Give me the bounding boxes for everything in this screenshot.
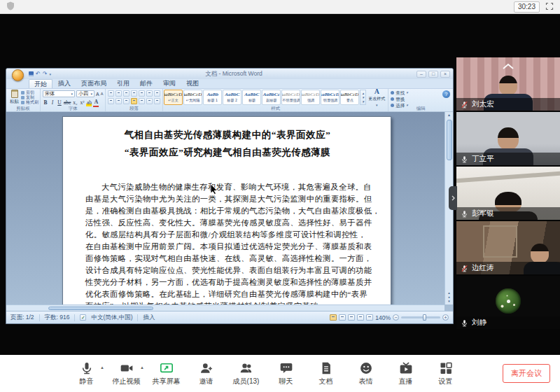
participant-label: 边红涛 [456,262,560,274]
spellcheck-icon[interactable]: ✓ [80,314,86,321]
toolbar-button[interactable]: 邀请 [186,360,226,386]
multilevel-list-button[interactable] [123,90,130,97]
style-option[interactable]: AaBb 标题 1 [203,90,222,105]
change-styles-button[interactable]: A 更改样式 ▾ [366,90,387,105]
align-center-button[interactable] [115,98,122,104]
justify-button[interactable] [131,98,137,104]
ribbon-tab[interactable]: 引用 [112,79,134,88]
style-option[interactable]: AaBbCcDd 要点 [340,90,359,105]
office-button[interactable] [12,69,24,81]
redo-icon[interactable]: ↷ [43,71,48,77]
ribbon-tab[interactable]: 开始 [29,79,52,88]
style-option[interactable]: AaBbCc 副标题 [262,90,281,105]
numbering-button[interactable] [115,90,122,97]
language-indicator[interactable]: 中文(简体,中国) [91,314,132,322]
close-button[interactable]: × [440,71,450,78]
toolbar-button[interactable]: 设置 [426,360,465,386]
toolbar-button[interactable]: ▲ 静音 [66,360,106,386]
toolbar-button[interactable]: 文档 [306,360,346,386]
undo-icon[interactable]: ↶ [36,71,41,77]
scroll-up-icon[interactable]: ▲ [447,112,451,118]
toolbar-icon [279,360,293,376]
zoom-level[interactable]: 140% [375,314,391,321]
word-count[interactable]: 字数: 916 [45,314,70,322]
grow-font-button[interactable]: A [96,91,99,97]
zoom-out-button[interactable]: − [393,314,399,321]
shading-button[interactable] [146,98,153,104]
horizontal-scrollbar[interactable] [6,304,444,311]
chevron-down-icon: ▾ [71,92,73,96]
decrease-indent-button[interactable] [131,90,137,97]
borders-button[interactable] [154,98,160,104]
minimize-button[interactable]: – [416,71,426,78]
style-option[interactable]: AaBbCcDd 强调 [301,90,320,105]
toolbar-button[interactable]: ▲ 停止视频 [106,360,146,386]
toolbar-button[interactable]: 共享屏幕 [146,360,186,386]
zoom-slider-thumb[interactable] [423,314,426,321]
clipboard-tool-button[interactable]: 复制 [21,95,38,100]
participant-video[interactable]: 彭军银 [456,167,560,220]
ribbon-tab[interactable]: 页面布局 [76,79,111,88]
clipboard-tool-button[interactable]: 格式刷 [21,100,38,105]
increase-indent-button[interactable] [139,90,145,97]
chevron-up-icon[interactable] [502,59,514,72]
style-option[interactable]: AaBbCcDd ↵正文 [164,90,183,105]
fullscreen-icon[interactable] [545,1,554,13]
toolbar-button[interactable]: 聊天 [266,360,306,386]
browse-buttons[interactable]: ▲●▼ [447,291,450,304]
style-option[interactable]: AaBbC 标题 [242,90,261,105]
style-option[interactable]: AaBbCcDd 不明显强调 [281,90,300,105]
ribbon-tab[interactable]: 插入 [53,79,76,88]
document-text-line: 在自由基检测中应用前景广阔。本项目拟通过优选特定荧光分子、薄膜基质和表 [85,241,370,253]
style-option[interactable]: AaBbC 标题 2 [223,90,241,105]
paste-button[interactable]: 粘贴 [8,90,21,105]
participant-video[interactable]: 刘静 [456,276,560,329]
horizontal-scrollbar-thumb[interactable] [48,307,153,310]
word-document-area[interactable]: 气相自由基荧光传感薄膜构建中的“表界面效应” “表界面效应”研究构建气相自由基荧… [6,112,453,311]
fullscreen-reading-view-button[interactable] [339,314,346,321]
quick-access-toolbar[interactable]: ↶ ↷ ▾ [29,71,51,77]
sort-button[interactable] [146,90,153,97]
participant-video[interactable]: 边红涛 [456,221,560,274]
ribbon-tab[interactable]: 邮件 [135,79,158,88]
align-right-button[interactable] [123,98,130,104]
editing-tool-button[interactable]: 替换 [391,97,451,102]
sidebar-collapse-handle[interactable] [449,186,457,210]
help-icon[interactable]: ? [442,90,450,98]
font-size-dropdown[interactable]: 小四▾ [76,90,94,97]
font-name-dropdown[interactable]: 宋体▾ [43,90,75,97]
ribbon-group-font: 宋体▾ 小四▾ A A BIUabcx₂x²abA 字体 [41,89,106,111]
document-page[interactable]: 气相自由基荧光传感薄膜构建中的“表界面效应” “表界面效应”研究构建气相自由基荧… [62,116,391,311]
participant-video[interactable]: 丁立平 [456,112,560,165]
web-layout-view-button[interactable] [348,314,355,321]
toolbar-button[interactable]: 表情 [346,360,386,386]
line-spacing-button[interactable] [139,98,145,104]
word-title-bar[interactable]: ↶ ↷ ▾ 文档 - Microsoft Word – □ × [6,69,453,79]
style-gallery-arrows[interactable]: ▴▾▾ [360,90,366,105]
print-layout-view-button[interactable] [330,314,337,321]
clipboard-tool-button[interactable]: 剪切 [21,90,38,95]
align-left-button[interactable] [108,98,114,104]
toolbar-button[interactable]: 直播 [386,360,426,386]
vertical-scrollbar-thumb[interactable] [447,120,452,160]
toolbar-button[interactable]: 成员(13) [226,360,266,386]
bullets-button[interactable] [108,90,114,97]
style-option[interactable]: AaBbCcDd ↵无间隔 [183,90,202,105]
caret-up-icon[interactable]: ▲ [100,365,104,370]
shrink-font-button[interactable]: A [101,91,104,97]
save-icon[interactable] [29,71,34,76]
leave-meeting-button[interactable]: 离开会议 [503,364,550,383]
zoom-in-button[interactable]: + [442,314,449,321]
ribbon-tab[interactable]: 审阅 [158,79,181,88]
meeting-app-window: 30:23 ↶ ↷ ▾ 文档 - Microsoft Word – □ × [0,0,560,392]
insert-mode-indicator[interactable]: 插入 [143,314,155,322]
draft-view-button[interactable] [366,314,373,321]
show-marks-button[interactable] [154,90,160,97]
ribbon-tab[interactable]: 视图 [181,79,204,88]
page-indicator[interactable]: 页面: 1/2 [10,314,34,322]
outline-view-button[interactable] [357,314,364,321]
maximize-button[interactable]: □ [428,71,438,78]
zoom-slider[interactable] [401,316,440,318]
style-option[interactable]: AaBbCcDd 明显强调 [321,90,340,105]
caret-up-icon[interactable]: ▲ [140,365,144,370]
